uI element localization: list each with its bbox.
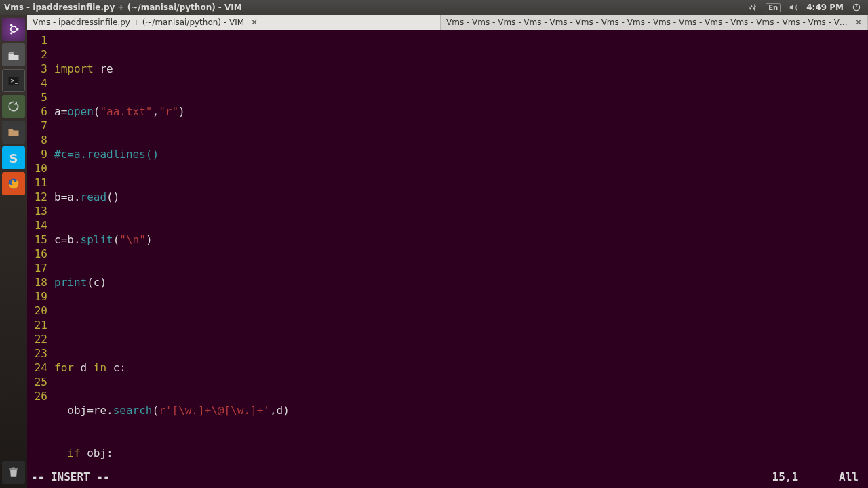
trash-icon[interactable]	[2, 461, 25, 484]
network-icon[interactable]	[748, 3, 757, 12]
tab-bar: Vms - ipaddressinfile.py + (~/manisai/py…	[27, 15, 868, 30]
top-panel: Vms - ipaddressinfile.py + (~/manisai/py…	[0, 0, 868, 15]
close-icon[interactable]: ✕	[855, 18, 862, 27]
code-line: print(c)	[54, 275, 868, 289]
code-line: c=b.split("\n")	[54, 232, 868, 247]
update-icon[interactable]	[2, 95, 25, 118]
skype-icon[interactable]: S	[2, 146, 25, 169]
code-line	[54, 318, 868, 332]
clock[interactable]: 4:49 PM	[806, 3, 844, 12]
code-line: b=a.read()	[54, 190, 868, 204]
window-title: Vms - ipaddressinfile.py + (~/manisai/py…	[0, 3, 242, 12]
code-line: for d in c:	[54, 361, 868, 375]
system-tray: En 4:49 PM	[748, 3, 868, 12]
scroll-percent: All	[839, 470, 868, 484]
tab-title: Vms - ipaddressinfile.py + (~/manisai/py…	[33, 18, 244, 27]
code-line: obj=re.search(r'[\w.]+\@[\w.]+',d)	[54, 403, 868, 418]
close-icon[interactable]: ✕	[251, 18, 258, 27]
terminal-icon[interactable]: >_	[2, 69, 25, 92]
svg-point-2	[16, 28, 18, 30]
volume-icon[interactable]	[789, 3, 798, 12]
code-line: #c=a.readlines()	[54, 147, 868, 161]
code-line: if obj:	[54, 446, 868, 460]
code-line: import re	[54, 62, 868, 76]
keyboard-indicator[interactable]: En	[766, 3, 781, 12]
vim-mode: -- INSERT --	[27, 470, 110, 484]
unity-launcher: >_ S	[0, 15, 27, 488]
firefox-icon[interactable]	[2, 172, 25, 195]
tab-second[interactable]: Vms - Vms - Vms - Vms - Vms - Vms - Vms …	[441, 15, 868, 30]
code-area[interactable]: import re a=open("aa.txt","r") #c=a.read…	[54, 33, 868, 488]
dash-icon[interactable]	[2, 18, 25, 41]
line-number-gutter: 1234567891011121314151617181920212223242…	[27, 33, 52, 403]
vim-editor[interactable]: 1234567891011121314151617181920212223242…	[27, 30, 868, 488]
status-line: -- INSERT -- 15,1 All	[27, 470, 868, 484]
svg-point-4	[10, 32, 12, 34]
code-line: a=open("aa.txt","r")	[54, 104, 868, 119]
tab-active[interactable]: Vms - ipaddressinfile.py + (~/manisai/py…	[27, 15, 441, 30]
svg-text:>_: >_	[10, 77, 18, 84]
files-icon[interactable]	[2, 43, 25, 66]
cursor-position: 15,1	[772, 470, 840, 484]
svg-point-3	[10, 24, 12, 26]
tab-title: Vms - Vms - Vms - Vms - Vms - Vms - Vms …	[446, 18, 848, 27]
svg-point-1	[11, 26, 16, 32]
session-icon[interactable]	[852, 3, 861, 12]
folder-icon[interactable]	[2, 121, 25, 144]
